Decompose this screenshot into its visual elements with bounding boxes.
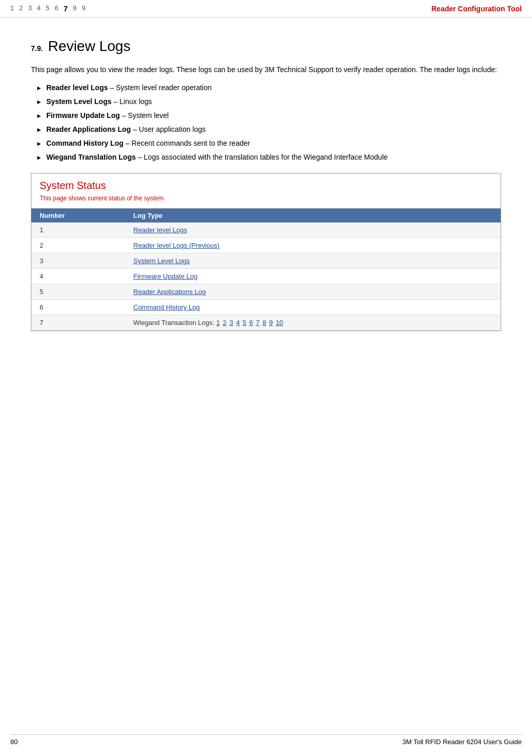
bullet-label: Reader level Logs bbox=[46, 83, 108, 92]
log-link[interactable]: Reader level Logs (Previous) bbox=[133, 242, 220, 249]
nav-number-2: 2 bbox=[19, 4, 23, 13]
nav-number-6: 6 bbox=[55, 4, 58, 13]
cell-log-type: Reader level Logs (Previous) bbox=[125, 238, 501, 253]
status-box-subtitle: This page shows current status of the sy… bbox=[40, 195, 492, 202]
bullet-text: Wiegand Translation Logs – Logs associat… bbox=[46, 152, 388, 163]
bullet-text: Reader Applications Log – User applicati… bbox=[46, 124, 206, 135]
bullet-label: Wiegand Translation Logs bbox=[46, 153, 136, 161]
section-title: Review Logs bbox=[48, 38, 130, 55]
bullet-label: Reader Applications Log bbox=[46, 125, 131, 133]
bullet-item-5: ►Wiegand Translation Logs – Logs associa… bbox=[36, 152, 501, 163]
cell-number: 3 bbox=[31, 253, 125, 269]
wiegand-links: 1 2 3 4 5 6 7 8 9 10 bbox=[216, 319, 284, 327]
bullet-list: ►Reader level Logs – System level reader… bbox=[31, 82, 501, 163]
table-row: 3System Level Logs bbox=[31, 253, 501, 269]
col-log-type: Log Type bbox=[125, 209, 501, 222]
cell-log-type: Command History Log bbox=[125, 300, 501, 315]
table-row: 5Reader Applications Log bbox=[31, 284, 501, 300]
wiegand-link-6[interactable]: 6 bbox=[249, 319, 253, 327]
log-link[interactable]: System Level Logs bbox=[133, 257, 190, 265]
bullet-item-2: ►Firmware Update Log – System level bbox=[36, 110, 501, 121]
log-table-head: Number Log Type bbox=[31, 209, 501, 222]
bullet-text: Command History Log – Recent commands se… bbox=[46, 138, 250, 149]
nav-numbers: 123456789 bbox=[10, 4, 85, 13]
col-number: Number bbox=[31, 209, 125, 222]
table-row: 2Reader level Logs (Previous) bbox=[31, 238, 501, 253]
wiegand-link-2[interactable]: 2 bbox=[223, 319, 226, 327]
table-row: 1Reader level Logs bbox=[31, 222, 501, 238]
bullet-item-4: ►Command History Log – Recent commands s… bbox=[36, 138, 501, 149]
log-table: Number Log Type 1Reader level Logs2Reade… bbox=[31, 209, 501, 331]
wiegand-link-5[interactable]: 5 bbox=[243, 319, 246, 327]
wiegand-link-1[interactable]: 1 bbox=[216, 319, 220, 327]
wiegand-link-8[interactable]: 8 bbox=[262, 319, 266, 327]
log-link[interactable]: Reader level Logs bbox=[133, 226, 187, 234]
status-box-header: System Status This page shows current st… bbox=[31, 174, 501, 209]
status-box-title: System Status bbox=[40, 180, 492, 192]
bullet-arrow: ► bbox=[36, 153, 42, 162]
bullet-arrow: ► bbox=[36, 97, 42, 107]
cell-number: 1 bbox=[31, 222, 125, 238]
top-nav: 123456789 Reader Configuration Tool bbox=[0, 0, 532, 18]
nav-number-4: 4 bbox=[37, 4, 41, 13]
table-row: 7Wiegand Transaction Logs: 1 2 3 4 5 6 7… bbox=[31, 315, 501, 331]
bullet-arrow: ► bbox=[36, 139, 42, 148]
bullet-arrow: ► bbox=[36, 125, 42, 134]
wiegand-link-9[interactable]: 9 bbox=[269, 319, 273, 327]
footer: 80 3M Toll RFID Reader 6204 User's Guide bbox=[10, 734, 522, 746]
wiegand-link-7[interactable]: 7 bbox=[256, 319, 259, 327]
bullet-item-0: ►Reader level Logs – System level reader… bbox=[36, 82, 501, 93]
nav-number-8: 8 bbox=[73, 4, 77, 13]
section-number: 7.9. bbox=[31, 44, 43, 53]
bullet-arrow: ► bbox=[36, 111, 42, 121]
bullet-item-1: ►System Level Logs – Linux logs bbox=[36, 96, 501, 107]
cell-number: 7 bbox=[31, 315, 125, 331]
cell-log-type: Firmware Update Log bbox=[125, 269, 501, 284]
bullet-label: Command History Log bbox=[46, 139, 123, 147]
table-row: 6Command History Log bbox=[31, 300, 501, 315]
nav-number-5: 5 bbox=[46, 4, 49, 13]
log-link[interactable]: Reader Applications Log bbox=[133, 288, 206, 296]
cell-log-type: System Level Logs bbox=[125, 253, 501, 269]
bullet-text: Reader level Logs – System level reader … bbox=[46, 82, 211, 93]
nav-number-9: 9 bbox=[82, 4, 85, 13]
main-content: 7.9. Review Logs This page allows you to… bbox=[0, 18, 532, 352]
status-box: System Status This page shows current st… bbox=[31, 173, 501, 331]
log-link[interactable]: Firmware Update Log bbox=[133, 272, 198, 280]
nav-title: Reader Configuration Tool bbox=[431, 5, 522, 13]
table-row: 4Firmware Update Log bbox=[31, 269, 501, 284]
bullet-arrow: ► bbox=[36, 83, 42, 93]
nav-number-7: 7 bbox=[63, 4, 67, 13]
nav-number-1: 1 bbox=[10, 4, 14, 13]
footer-doc-title: 3M Toll RFID Reader 6204 User's Guide bbox=[402, 738, 522, 746]
bullet-label: Firmware Update Log bbox=[46, 111, 120, 119]
bullet-label: System Level Logs bbox=[46, 97, 112, 106]
bullet-item-3: ►Reader Applications Log – User applicat… bbox=[36, 124, 501, 135]
cell-number: 2 bbox=[31, 238, 125, 253]
cell-log-type: Wiegand Transaction Logs: 1 2 3 4 5 6 7 … bbox=[125, 315, 501, 331]
wiegand-link-4[interactable]: 4 bbox=[236, 319, 240, 327]
cell-number: 6 bbox=[31, 300, 125, 315]
nav-number-3: 3 bbox=[28, 4, 31, 13]
cell-number: 5 bbox=[31, 284, 125, 300]
bullet-text: Firmware Update Log – System level bbox=[46, 110, 169, 121]
log-table-header-row: Number Log Type bbox=[31, 209, 501, 222]
cell-log-type: Reader Applications Log bbox=[125, 284, 501, 300]
intro-text: This page allows you to view the reader … bbox=[31, 64, 501, 75]
log-link[interactable]: Command History Log bbox=[133, 303, 200, 311]
cell-number: 4 bbox=[31, 269, 125, 284]
cell-log-type: Reader level Logs bbox=[125, 222, 501, 238]
wiegand-link-3[interactable]: 3 bbox=[229, 319, 233, 327]
bullet-text: System Level Logs – Linux logs bbox=[46, 96, 152, 107]
footer-page-number: 80 bbox=[10, 738, 17, 746]
log-table-body: 1Reader level Logs2Reader level Logs (Pr… bbox=[31, 222, 501, 331]
section-heading: 7.9. Review Logs bbox=[31, 38, 501, 55]
wiegand-link-10[interactable]: 10 bbox=[276, 319, 283, 327]
